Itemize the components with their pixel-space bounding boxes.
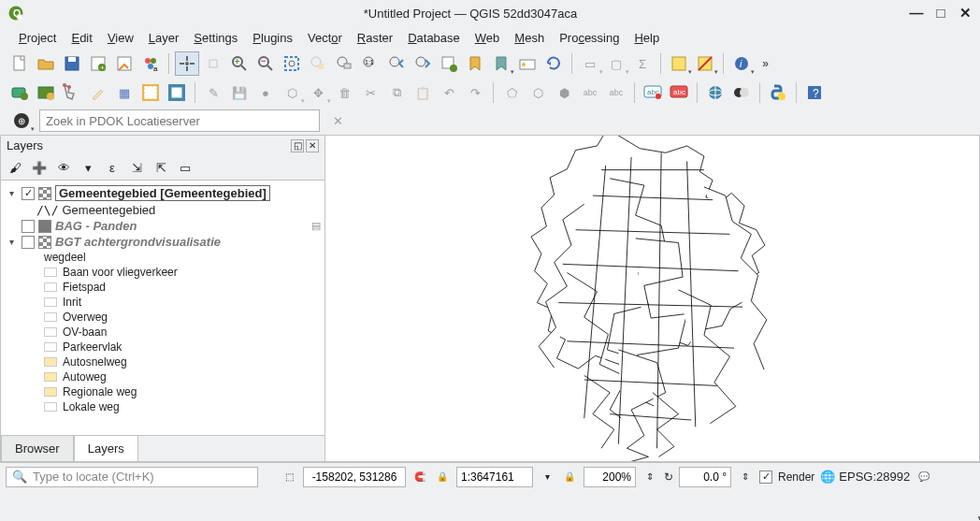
toggle-editing-button[interactable]: ✎ — [201, 80, 225, 105]
zoom-in-button[interactable]: + — [227, 51, 252, 76]
zoom-out-button[interactable]: − — [253, 51, 278, 76]
menu-database[interactable]: Database — [400, 29, 468, 47]
pan-to-selection-button[interactable] — [201, 51, 225, 76]
redo-button[interactable]: ↷ — [463, 80, 487, 105]
maximize-button[interactable]: □ — [933, 5, 948, 22]
bgt-sublayer[interactable]: OV-baan — [44, 325, 323, 340]
menu-settings[interactable]: Settings — [186, 29, 245, 47]
expression-filter-button[interactable]: ε — [102, 157, 122, 178]
magnifier-lock-icon[interactable]: 🔒 — [561, 469, 578, 485]
coords-icon[interactable]: ⬚ — [281, 469, 297, 485]
crs-button[interactable]: 🌐 EPSG:28992 — [820, 470, 910, 484]
expander-icon[interactable]: ▾ — [5, 237, 18, 247]
save-edits-button[interactable]: 💾 — [227, 80, 252, 105]
pdok-plugin-button[interactable]: ⊕ — [9, 109, 34, 133]
bgt-sublayer[interactable]: Baan voor vliegverkeer — [44, 265, 323, 280]
menu-processing[interactable]: Processing — [552, 29, 627, 47]
bgt-sublayer[interactable]: Parkeervlak — [44, 340, 323, 355]
layer-label[interactable]: BGT achtergrondvisualisatie — [55, 235, 221, 249]
panel-close-button[interactable]: ✕ — [306, 139, 319, 152]
extents-icon[interactable]: 🧲 — [411, 469, 428, 485]
digitize-advanced-1[interactable]: ⬠ — [499, 80, 524, 105]
label-tool-red[interactable]: abc — [667, 80, 691, 105]
scale-input[interactable] — [456, 467, 533, 487]
grid-edit-button[interactable] — [138, 80, 163, 105]
digitize-button[interactable]: ⬡ — [280, 80, 304, 105]
layer-label[interactable]: Gemeentegebied [Gemeentegebied] — [55, 185, 270, 201]
coordinate-input[interactable] — [303, 467, 406, 487]
zoom-native-button[interactable]: 1:1 — [358, 51, 382, 76]
layer-gemeentegebied-group[interactable]: ▾ Gemeentegebied [Gemeentegebied] — [3, 184, 323, 202]
stats-button[interactable]: Σ — [630, 51, 655, 76]
minimize-button[interactable]: — — [909, 5, 924, 22]
pdok-search-input[interactable] — [39, 109, 320, 132]
bookmarks-button[interactable] — [489, 51, 513, 76]
mag-spinner[interactable]: ⇕ — [641, 469, 658, 485]
rot-spinner[interactable]: ⇕ — [737, 469, 754, 485]
select-by-area-button[interactable] — [667, 51, 691, 76]
add-raster-layer-button[interactable] — [34, 80, 58, 105]
menu-vector[interactable]: Vector — [300, 29, 350, 47]
add-vector-layer-button[interactable] — [7, 80, 32, 105]
refresh-button[interactable] — [541, 51, 566, 76]
zoom-to-layer-button[interactable] — [332, 51, 356, 76]
scale-dropdown[interactable]: ▾ — [539, 469, 555, 485]
menu-help[interactable]: Help — [627, 29, 667, 47]
layer-style-button[interactable]: 🖌 — [5, 157, 25, 178]
layer-checkbox[interactable] — [22, 187, 35, 200]
bgt-sublayer[interactable]: Autoweg — [44, 369, 323, 384]
digitize-abc1[interactable]: abc — [578, 80, 602, 105]
copy-button[interactable]: ⧉ — [384, 80, 409, 105]
bgt-sublayer[interactable]: Inrit — [44, 295, 323, 310]
bgt-sublayer[interactable]: Overweg — [44, 310, 323, 325]
cut-button[interactable]: ✂ — [358, 80, 382, 105]
layer-bag-panden[interactable]: ▾ BAG - Panden ▤ — [3, 218, 323, 234]
remove-layer-button[interactable]: ▭ — [175, 157, 195, 178]
chip-icon[interactable]: ▦ — [112, 80, 137, 105]
digitize-advanced-3[interactable]: ⬢ — [552, 80, 576, 105]
raster-georef-button[interactable] — [165, 80, 189, 105]
metasearch-button[interactable] — [703, 80, 728, 105]
collapse-all-button[interactable]: ⇱ — [151, 157, 171, 178]
menu-plugins[interactable]: Plugins — [245, 29, 300, 47]
digitize-abc2[interactable]: abc — [604, 80, 628, 105]
menu-edit[interactable]: Edit — [64, 29, 99, 47]
pdok-clear-button[interactable]: ✕ — [325, 109, 350, 133]
mask-button[interactable] — [729, 80, 754, 105]
deselect-button[interactable] — [693, 51, 717, 76]
tab-browser[interactable]: Browser — [1, 435, 74, 461]
tab-layers[interactable]: Layers — [74, 435, 138, 461]
layer-checkbox[interactable] — [22, 236, 35, 249]
menu-raster[interactable]: Raster — [350, 29, 400, 47]
digitize-advanced-2[interactable]: ⬡ — [526, 80, 550, 105]
temporal-controller-button[interactable] — [515, 51, 540, 76]
messages-button[interactable]: 💬 — [915, 469, 932, 485]
calc-button[interactable]: ▢ — [604, 51, 628, 76]
filter-legend-button[interactable]: ▾ — [78, 157, 98, 178]
layer-tree[interactable]: ▾ Gemeentegebied [Gemeentegebied] /\/ Ge… — [1, 180, 324, 435]
layer-bgt[interactable]: ▾ BGT achtergrondvisualisatie — [3, 234, 323, 250]
magnifier-input[interactable] — [584, 467, 636, 487]
expander-icon[interactable]: ▾ — [5, 188, 18, 198]
rotation-input[interactable] — [679, 467, 731, 487]
save-project-button[interactable] — [60, 51, 84, 76]
python-console-button[interactable] — [766, 80, 790, 105]
menu-view[interactable]: View — [100, 29, 141, 47]
edit-pen-button[interactable] — [86, 80, 110, 105]
layer-checkbox[interactable] — [22, 220, 35, 233]
bgt-sublayer[interactable]: Regionale weg — [44, 384, 323, 399]
add-feature-button[interactable]: ● — [253, 80, 278, 105]
menu-mesh[interactable]: Mesh — [507, 29, 552, 47]
menu-layer[interactable]: Layer — [141, 29, 187, 47]
menu-web[interactable]: Web — [468, 29, 508, 47]
add-group-button[interactable]: ➕ — [29, 157, 50, 178]
move-feature-button[interactable]: ✥ — [306, 80, 330, 105]
help-button[interactable]: ? — [802, 80, 827, 105]
locator-input[interactable]: 🔍 Type to locate (Ctrl+K) — [6, 467, 258, 487]
expand-all-button[interactable]: ⇲ — [126, 157, 147, 178]
undo-button[interactable]: ↶ — [437, 80, 461, 105]
label-tool-blue[interactable]: abc — [641, 80, 665, 105]
layer-label[interactable]: BAG - Panden — [55, 219, 137, 233]
bgt-sublayer[interactable]: Lokale weg — [44, 399, 323, 414]
new-shapefile-button[interactable] — [60, 80, 84, 105]
